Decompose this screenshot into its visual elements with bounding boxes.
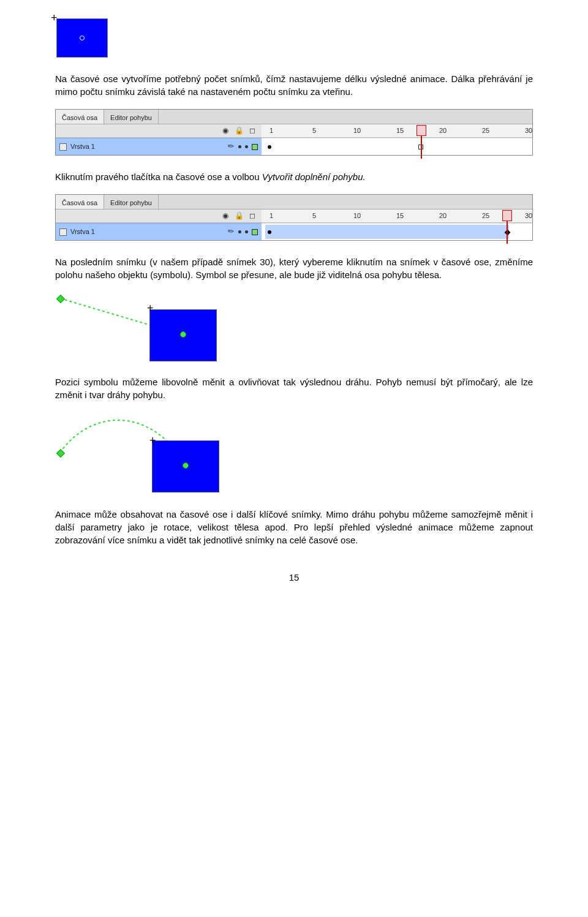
ruler-tick: 25: [482, 211, 489, 221]
outline-icon[interactable]: ◻: [248, 211, 257, 221]
tab-editor-pohybu[interactable]: Editor pohybu: [104, 110, 159, 124]
visibility-dot-icon[interactable]: [238, 145, 241, 148]
origin-plus-icon: +: [51, 10, 58, 26]
layer-type-icon: [59, 143, 67, 151]
playhead[interactable]: [418, 124, 424, 155]
origin-plus-icon: +: [147, 301, 154, 316]
keyframe-icon[interactable]: [268, 145, 271, 149]
symbol-center-dot-icon: [183, 462, 189, 469]
paragraph-1: Na časové ose vytvoříme potřebný počet s…: [55, 72, 533, 98]
playhead[interactable]: [504, 209, 510, 240]
frame-ruler: 1 5 10 15 20 25 30: [262, 209, 532, 223]
outline-box-icon[interactable]: [252, 229, 258, 235]
layer-header: ◉ 🔒 ◻: [56, 209, 262, 223]
ruler-tick: 5: [311, 126, 318, 135]
lock-dot-icon[interactable]: [245, 230, 248, 233]
frame-track[interactable]: [262, 138, 532, 155]
frame-ruler: 1 5 10 15 20 25 30: [262, 124, 532, 138]
ruler-tick: 20: [439, 211, 447, 221]
symbol-center-dot-icon: [180, 331, 186, 338]
ruler-tick: 1: [268, 126, 275, 135]
lock-icon[interactable]: 🔒: [235, 211, 243, 221]
paragraph-2: Kliknutím pravého tlačítka na časové ose…: [55, 170, 533, 183]
frame-track[interactable]: [262, 223, 532, 240]
lock-dot-icon[interactable]: [245, 145, 248, 148]
tab-casova-osa[interactable]: Časová osa: [56, 110, 104, 124]
symbol-center-dot-icon: [80, 36, 85, 40]
motion-tween-span[interactable]: [265, 225, 509, 239]
figure-motion-path-straight: +: [55, 292, 263, 366]
tab-editor-pohybu[interactable]: Editor pohybu: [104, 195, 159, 209]
figure-motion-path-curved: +: [55, 412, 263, 498]
pencil-icon: ✎: [226, 141, 237, 153]
paragraph-3: Na posledním snímku (v našem případě sní…: [55, 255, 533, 281]
ruler-tick: 10: [353, 211, 361, 221]
timeline-tabs: Časová osa Editor pohybu: [56, 195, 532, 209]
ruler-tick: 25: [482, 126, 489, 135]
timeline-tabs: Časová osa Editor pohybu: [56, 110, 532, 124]
path-start-icon: [56, 295, 65, 303]
tab-casova-osa[interactable]: Časová osa: [56, 195, 104, 209]
timeline-panel-1: Časová osa Editor pohybu ◉ 🔒 ◻ Vrstva 1 …: [55, 109, 533, 156]
frames-area[interactable]: 1 5 10 15 20 25 30: [262, 209, 532, 240]
blue-stage-box: +: [56, 18, 108, 58]
ruler-tick: 30: [525, 126, 532, 135]
paragraph-5: Animace může obsahovat na časové ose i d…: [55, 508, 533, 546]
layer-row-1[interactable]: Vrstva 1 ✎: [56, 223, 262, 240]
paragraph-2-italic: Vytvořit doplnění pohybu.: [262, 172, 366, 182]
layer-type-icon: [59, 228, 67, 236]
layer-name-label: Vrstva 1: [70, 227, 225, 236]
eye-icon[interactable]: ◉: [221, 126, 230, 136]
pencil-icon: ✎: [226, 226, 237, 238]
eye-icon[interactable]: ◉: [221, 211, 230, 221]
paragraph-4: Pozici symbolu můžeme libovolně měnit a …: [55, 375, 533, 401]
ruler-tick: 15: [396, 211, 404, 221]
frames-area[interactable]: 1 5 10 15 20 25 30: [262, 124, 532, 155]
ruler-tick: 20: [439, 126, 447, 135]
visibility-dot-icon[interactable]: [238, 230, 241, 233]
ruler-tick: 15: [396, 126, 404, 135]
layer-row-1[interactable]: Vrstva 1 ✎: [56, 138, 262, 155]
ruler-tick: 1: [268, 211, 275, 221]
ruler-tick: 5: [311, 211, 318, 221]
figure-blue-symbol: +: [55, 12, 533, 58]
keyframe-icon[interactable]: [268, 230, 271, 234]
outline-icon[interactable]: ◻: [248, 126, 257, 136]
origin-plus-icon: +: [149, 433, 156, 448]
lock-icon[interactable]: 🔒: [235, 126, 243, 136]
ruler-tick: 10: [353, 126, 361, 135]
paragraph-2-text: Kliknutím pravého tlačítka na časové ose…: [55, 172, 262, 182]
page-number: 15: [55, 571, 533, 584]
timeline-panel-2: Časová osa Editor pohybu ◉ 🔒 ◻ Vrstva 1 …: [55, 194, 533, 241]
layer-name-label: Vrstva 1: [70, 142, 225, 151]
path-start-icon: [56, 449, 65, 458]
outline-box-icon[interactable]: [252, 144, 258, 150]
layer-header: ◉ 🔒 ◻: [56, 124, 262, 138]
ruler-tick: 30: [525, 211, 532, 221]
